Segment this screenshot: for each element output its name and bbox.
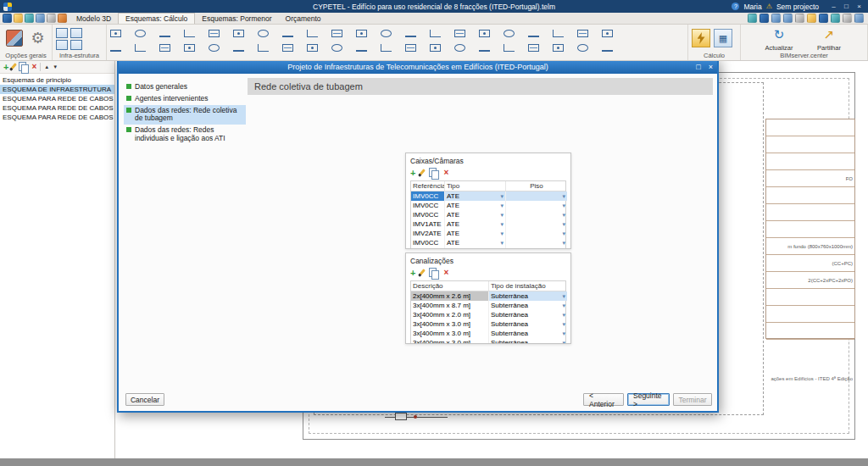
pan-icon[interactable] [807, 14, 816, 23]
referencia-cell[interactable]: IMV0CC [411, 247, 445, 249]
tipo-dropdown[interactable]: ATE▾ [445, 191, 506, 201]
tree-item[interactable]: Esquemas de principio [0, 75, 114, 85]
tipo-dropdown[interactable]: ATE▾ [445, 219, 506, 229]
schematic-symbol-icon[interactable] [256, 42, 270, 53]
copy-icon[interactable] [428, 268, 438, 278]
table-row[interactable]: 3x[400mm x 3.0 m] Subterrânea▾ [411, 329, 565, 338]
infra-tool-icon[interactable] [70, 40, 82, 50]
schematic-symbol-icon[interactable] [379, 42, 393, 53]
edit-icon[interactable] [419, 269, 426, 277]
view-tool-icon[interactable] [748, 14, 757, 23]
schematic-symbol-icon[interactable] [551, 28, 565, 39]
referencia-cell[interactable]: IMV0CC [411, 238, 445, 247]
tree-item[interactable]: ESQUEMA PARA REDE DE CABOS COAXIAIS S [0, 94, 114, 103]
schematic-symbol-icon[interactable] [403, 28, 418, 39]
column-header-tipo-instalacao[interactable]: Tipo de instalação [489, 281, 567, 291]
user-name[interactable]: Maria [743, 3, 761, 11]
infra-tool-icon[interactable] [56, 40, 68, 50]
schematic-symbol-icon[interactable] [281, 42, 295, 53]
infra-tool-icon[interactable] [56, 28, 68, 38]
redraw-icon[interactable] [831, 14, 840, 23]
search-icon[interactable] [843, 14, 852, 23]
wizard-step[interactable]: Dados das redes: Rede coletiva de tubage… [124, 105, 246, 125]
previous-button[interactable]: < Anterior [583, 393, 624, 406]
edit-icon[interactable] [10, 63, 18, 71]
cancel-button[interactable]: Cancelar [125, 393, 164, 406]
piso-dropdown[interactable]: ▾ [506, 229, 567, 238]
previous-view-icon[interactable] [819, 14, 828, 23]
share-button[interactable]: ↗ Partilhar [805, 26, 853, 52]
schematic-symbol-icon[interactable] [330, 28, 344, 39]
edit-icon[interactable] [419, 169, 426, 177]
table-row[interactable]: IMV0CC ATE▾ ▾ [411, 238, 565, 247]
piso-dropdown[interactable]: ▾ [506, 191, 567, 201]
descricao-cell[interactable]: 2x[400mm x 2.6 m] [411, 291, 489, 301]
move-up-icon[interactable]: ▲ [44, 64, 49, 69]
schematic-symbol-icon[interactable] [158, 28, 172, 39]
settings-icon[interactable] [854, 14, 864, 23]
column-header-referencia[interactable]: Referência [411, 181, 445, 191]
tree-item[interactable]: ESQUEMA DE INFRAESTRUTURA [0, 85, 114, 94]
schematic-symbol-icon[interactable] [305, 42, 320, 53]
minimize-button[interactable]: – [828, 3, 839, 10]
delete-icon[interactable]: × [443, 169, 448, 177]
add-icon[interactable]: + [410, 269, 415, 277]
descricao-cell[interactable]: 3x[400mm x 2.0 m] [411, 310, 489, 319]
referencia-cell[interactable]: IMV0CC [411, 191, 445, 201]
schematic-symbol-icon[interactable] [453, 28, 467, 39]
general-options-icon[interactable] [3, 26, 25, 49]
tipo-dropdown[interactable]: ATE▾ [445, 247, 506, 249]
schematic-symbol-icon[interactable] [600, 28, 615, 39]
tree-item[interactable]: ESQUEMA PARA REDE DE CABOS DE FIBRA Ó [0, 103, 114, 113]
table-row[interactable]: 3x[400mm x 3.0 m] Subterrânea▾ [411, 319, 565, 329]
move-down-icon[interactable]: ▼ [53, 64, 58, 69]
infra-tool-icon[interactable] [70, 28, 82, 38]
piso-dropdown[interactable]: ▾ [506, 238, 567, 247]
table-row[interactable]: IMV2ATE ATE▾ ▾ [411, 229, 565, 238]
table-row[interactable]: IMV1ATE ATE▾ ▾ [411, 219, 565, 229]
gear-icon[interactable]: ⚙ [27, 26, 48, 49]
schematic-symbol-icon[interactable] [108, 28, 123, 39]
piso-dropdown[interactable]: ▾ [506, 201, 567, 210]
copy-icon[interactable] [428, 168, 438, 178]
ribbon-tab[interactable]: Esquemas: Cálculo [118, 13, 195, 24]
schematic-symbol-icon[interactable] [477, 42, 492, 53]
table-row[interactable]: IMV0CC ATE▾ ▾ [411, 191, 565, 201]
open-icon[interactable] [14, 14, 23, 23]
table-row[interactable]: 2x[400mm x 2.6 m] Subterrânea▾ [411, 291, 565, 301]
tipo-instalacao-dropdown[interactable]: Subterrânea▾ [489, 301, 567, 310]
zoom-out-icon[interactable] [783, 14, 793, 23]
schematic-symbol-icon[interactable] [502, 28, 516, 39]
tipo-instalacao-dropdown[interactable]: Subterrânea▾ [489, 291, 567, 301]
save-icon[interactable] [25, 14, 34, 23]
dialog-maximize-button[interactable]: □ [696, 63, 700, 71]
schematic-symbol-icon[interactable] [526, 28, 541, 39]
piso-dropdown[interactable]: ▾ [506, 247, 567, 249]
schematic-symbol-icon[interactable] [576, 42, 590, 53]
table-row[interactable]: 3x[400mm x 3.0 m] Subterrânea▾ [411, 338, 565, 344]
schematic-symbol-icon[interactable] [182, 42, 197, 53]
schematic-symbol-icon[interactable] [403, 42, 418, 53]
table-row[interactable]: 3x[400mm x 8.7 m] Subterrânea▾ [411, 301, 565, 310]
wizard-step[interactable]: Datos generales [124, 81, 246, 93]
schematic-symbol-icon[interactable] [108, 42, 123, 53]
descricao-cell[interactable]: 3x[400mm x 3.0 m] [411, 319, 489, 329]
results-icon[interactable]: ▦ [714, 29, 732, 47]
schematic-symbol-icon[interactable] [158, 42, 172, 53]
schematic-symbol-icon[interactable] [576, 28, 590, 39]
zoom-in-icon[interactable] [771, 14, 781, 23]
schematic-symbol-icon[interactable] [354, 28, 369, 39]
schematic-symbol-icon[interactable] [600, 42, 615, 53]
descricao-cell[interactable]: 3x[400mm x 8.7 m] [411, 301, 489, 310]
schematic-symbol-icon[interactable] [133, 42, 147, 53]
schematic-symbol-icon[interactable] [354, 42, 369, 53]
add-icon[interactable]: + [410, 169, 415, 177]
ribbon-tab[interactable]: Modelo 3D [70, 13, 118, 24]
schematic-symbol-icon[interactable] [330, 42, 344, 53]
maximize-button[interactable]: □ [841, 3, 852, 10]
descricao-cell[interactable]: 3x[400mm x 3.0 m] [411, 329, 489, 338]
next-button[interactable]: Seguinte > [627, 393, 670, 406]
schematic-symbol-icon[interactable] [551, 42, 565, 53]
column-header-descricao[interactable]: Descrição [411, 281, 489, 291]
referencia-cell[interactable]: IMV0CC [411, 201, 445, 210]
